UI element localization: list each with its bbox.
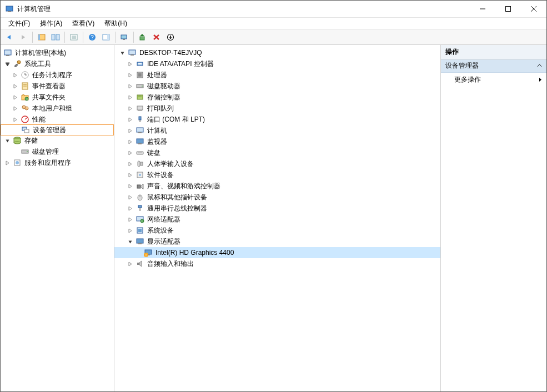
audio-icon (136, 259, 144, 268)
tree-performance[interactable]: 性能 (1, 114, 114, 125)
device-intel-hd-4400[interactable]: ! Intel(R) HD Graphics 4400 (114, 247, 440, 258)
chevron-right-icon[interactable] (126, 117, 134, 122)
tree-root-computer-management[interactable]: 计算机管理(本地) (1, 47, 114, 58)
forward-button[interactable] (17, 31, 30, 43)
device-category-audio[interactable]: 音频输入和输出 (114, 258, 440, 269)
tree-disk-management[interactable]: 磁盘管理 (1, 146, 114, 157)
chevron-right-icon[interactable] (11, 117, 19, 122)
chevron-right-icon[interactable] (126, 150, 134, 155)
tree-task-scheduler[interactable]: 任务计划程序 (1, 69, 114, 81)
device-root[interactable]: DESKTOP-T4EJVJQ (114, 47, 440, 58)
help-button[interactable]: ? (86, 31, 99, 43)
device-category[interactable]: 软件设备 (114, 169, 440, 180)
tree-device-manager[interactable]: 设备管理器 (1, 124, 114, 135)
chevron-down-icon[interactable] (126, 239, 134, 244)
chevron-right-icon[interactable] (126, 62, 134, 67)
chevron-right-icon[interactable] (126, 228, 134, 233)
disable-device-button[interactable] (164, 31, 177, 43)
chevron-right-icon[interactable] (11, 95, 19, 100)
device-category[interactable]: 键盘 (114, 147, 440, 158)
device-label: 显示适配器 (146, 237, 182, 247)
chevron-down-icon[interactable] (118, 51, 126, 56)
device-label: 音频输入和输出 (146, 259, 195, 269)
tree-label: 本地用户和组 (31, 104, 73, 113)
device-category[interactable]: 计算机 (114, 125, 440, 136)
chevron-down-icon[interactable] (3, 138, 11, 143)
svg-rect-3 (506, 7, 511, 12)
close-button[interactable] (521, 1, 546, 17)
device-category[interactable]: 通用串行总线控制器 (114, 203, 440, 214)
show-hide-tree-button[interactable] (35, 31, 48, 43)
tree-event-viewer[interactable]: 事件查看器 (1, 81, 114, 92)
export-list-button[interactable] (67, 31, 81, 43)
device-category[interactable]: 系统设备 (114, 225, 440, 236)
properties-button[interactable] (49, 31, 62, 43)
device-category[interactable]: 监视器 (114, 136, 440, 147)
device-category[interactable]: IDE ATA/ATAPI 控制器 (114, 58, 440, 69)
svg-rect-20 (140, 37, 144, 40)
device-tree-pane: DESKTOP-T4EJVJQ IDE ATA/ATAPI 控制器 处理器 磁盘… (114, 45, 441, 391)
chevron-right-icon[interactable] (126, 128, 134, 133)
device-category[interactable]: 声音、视频和游戏控制器 (114, 180, 440, 192)
update-driver-button[interactable] (136, 31, 149, 43)
chevron-right-icon[interactable] (126, 184, 134, 189)
chevron-right-icon[interactable] (126, 262, 134, 267)
device-category[interactable]: 磁盘驱动器 (114, 81, 440, 92)
maximize-button[interactable] (495, 1, 521, 17)
device-category[interactable]: 网络适配器 (114, 214, 440, 225)
tree-storage[interactable]: 存储 (1, 135, 114, 146)
svg-rect-83 (137, 239, 143, 243)
tree-system-tools[interactable]: 系统工具 (1, 58, 114, 69)
tree-local-users[interactable]: 本地用户和组 (1, 103, 114, 114)
chevron-right-icon[interactable] (126, 84, 134, 89)
svg-rect-63 (137, 128, 143, 132)
menu-action[interactable]: 操作(A) (36, 18, 67, 29)
chevron-down-icon[interactable] (3, 62, 11, 67)
chevron-right-icon[interactable] (3, 160, 11, 165)
device-category[interactable]: 处理器 (114, 69, 440, 81)
collapse-icon[interactable] (537, 63, 542, 68)
device-category[interactable]: 打印队列 (114, 103, 440, 114)
svg-rect-73 (137, 185, 140, 188)
tree-shared-folders[interactable]: 共享文件夹 (1, 92, 114, 103)
chevron-right-icon[interactable] (126, 162, 134, 167)
chevron-right-icon[interactable] (126, 139, 134, 144)
tree-label: 系统工具 (23, 59, 52, 69)
device-category-display-adapters[interactable]: 显示适配器 (114, 236, 440, 247)
menu-help[interactable]: 帮助(H) (100, 18, 132, 29)
svg-rect-40 (24, 129, 29, 133)
chevron-right-icon[interactable] (126, 195, 134, 200)
actions-more[interactable]: 更多操作 (441, 73, 546, 87)
services-icon (13, 158, 22, 167)
back-button[interactable] (3, 31, 16, 43)
chevron-right-icon[interactable] (11, 73, 19, 78)
actions-section-device-manager[interactable]: 设备管理器 (441, 59, 546, 73)
menubar: 文件(F) 操作(A) 查看(V) 帮助(H) (1, 17, 546, 29)
svg-rect-7 (38, 34, 40, 40)
uninstall-device-button[interactable] (150, 31, 163, 43)
device-category[interactable]: 端口 (COM 和 LPT) (114, 114, 440, 125)
device-category-icon (136, 115, 144, 124)
chevron-right-icon[interactable] (126, 73, 134, 78)
chevron-right-icon[interactable] (11, 84, 19, 89)
tools-icon (13, 59, 22, 68)
chevron-right-icon[interactable] (126, 106, 134, 111)
menu-file[interactable]: 文件(F) (4, 18, 34, 29)
device-category[interactable]: 人体学输入设备 (114, 158, 440, 169)
minimize-button[interactable] (470, 1, 495, 17)
svg-rect-69 (138, 161, 140, 167)
action-pane-button[interactable] (99, 31, 113, 43)
chevron-right-icon[interactable] (126, 95, 134, 100)
menu-view[interactable]: 查看(V) (68, 18, 99, 29)
scan-hardware-button[interactable] (118, 31, 131, 43)
svg-point-36 (25, 107, 28, 110)
device-category[interactable]: 存储控制器 (114, 92, 440, 103)
chevron-right-icon[interactable] (126, 206, 134, 211)
chevron-right-icon[interactable] (126, 217, 134, 222)
tree-services-apps[interactable]: 服务和应用程序 (1, 157, 114, 168)
shared-folder-icon (21, 93, 29, 102)
chevron-right-icon[interactable] (11, 106, 19, 111)
device-category[interactable]: 鼠标和其他指针设备 (114, 192, 440, 203)
svg-rect-84 (138, 243, 142, 244)
chevron-right-icon[interactable] (126, 173, 134, 178)
